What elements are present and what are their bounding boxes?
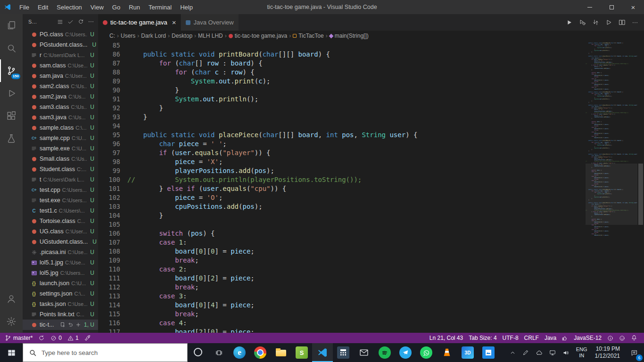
cortana-button[interactable] (188, 343, 208, 362)
code-text[interactable]: case 1: (120, 238, 187, 247)
file-row[interactable]: sam3.classC:\Us...U (23, 102, 98, 112)
code-text[interactable]: board[0][0] = piece; (120, 247, 255, 256)
breadcrumb-users[interactable]: Users (121, 33, 135, 39)
file-row[interactable]: tC:\Users\Dark L...U (23, 174, 98, 185)
menu-selection[interactable]: Selection (52, 0, 86, 14)
volume-button[interactable] (559, 343, 573, 362)
breadcrumb-main-string[interactable]: main(String[]) (330, 33, 369, 39)
cursor-position[interactable]: Ln 21, Col 43 (427, 333, 466, 343)
code-text[interactable]: } (120, 113, 147, 122)
warning-count[interactable]: 1 (65, 333, 82, 343)
file-row[interactable]: .picasa.iniC:\Use...U (23, 247, 98, 257)
refresh-button[interactable] (75, 16, 86, 27)
code-text[interactable]: for (char c : row) { (120, 68, 255, 77)
clock[interactable]: 10:19 PM 1/12/2021 (591, 343, 624, 362)
code-text[interactable]: public static void placePiece(char[][] b… (120, 131, 417, 140)
telegram-taskbar-button[interactable] (395, 343, 416, 362)
vlc-taskbar-button[interactable] (437, 343, 457, 362)
activity-manage[interactable] (0, 310, 23, 333)
end-of-line[interactable]: CRLF (521, 333, 542, 343)
code-text[interactable]: break; (120, 256, 199, 265)
code-text[interactable]: case 4: (120, 319, 187, 328)
open-changes-button[interactable] (589, 16, 602, 29)
run-file-button[interactable] (603, 16, 615, 29)
menu-view[interactable]: View (86, 0, 108, 14)
activity-run-and-debug[interactable] (0, 82, 23, 105)
breadcrumb-c[interactable]: C: (109, 33, 115, 39)
code-text[interactable]: } (120, 211, 163, 220)
file-row[interactable]: tic-t...1, U (23, 320, 98, 330)
file-row[interactable]: C+test.cppC:\Users...U (23, 185, 98, 195)
file-explorer-taskbar-button[interactable] (271, 343, 291, 362)
vscode-taskbar-button[interactable] (312, 343, 333, 362)
photos-taskbar-button[interactable] (478, 343, 499, 362)
activity-testing[interactable] (0, 127, 23, 150)
taskbar-search-input[interactable]: Type here to search (23, 343, 188, 362)
commit-button[interactable] (65, 16, 75, 27)
minimap[interactable]: public static void printBoard(char[][] b… (586, 41, 637, 333)
menu-edit[interactable]: Edit (33, 0, 52, 14)
code-text[interactable]: // System.out.println(playerPositions.to… (120, 175, 362, 184)
file-row[interactable]: {}tasks.jsonC:\Use...U (23, 299, 98, 309)
file-row[interactable]: rC:\Users\Dark L...U (23, 50, 98, 60)
onedrive-button[interactable] (532, 343, 546, 362)
discard-button[interactable] (68, 322, 74, 328)
code-text[interactable]: break; (120, 283, 199, 292)
code-text[interactable] (120, 220, 127, 229)
network-button[interactable] (546, 343, 559, 362)
feedback[interactable] (616, 333, 628, 343)
minimize-button[interactable] (579, 0, 601, 14)
file-row[interactable]: lol5.jpgC:\Users...U (23, 268, 98, 278)
tab-java-overview[interactable]: Java Overview (181, 14, 239, 31)
more-actions-button[interactable] (629, 16, 641, 29)
sync-changes-button[interactable] (35, 333, 48, 343)
file-row[interactable]: Student.classC:...U (23, 164, 98, 174)
minimap-slider[interactable] (586, 164, 637, 225)
menu-help[interactable]: Help (176, 0, 197, 14)
code-text[interactable]: for (char[] row : board) { (120, 59, 263, 68)
code-text[interactable]: public static void printBoard(char[][] b… (120, 50, 330, 59)
java-server-mode[interactable] (559, 333, 571, 343)
java-status[interactable] (604, 333, 616, 343)
code-text[interactable]: board[0][4] = piece; (120, 301, 255, 310)
activity-search[interactable] (0, 37, 23, 59)
breadcrumb-tic-tac-toe-game-java[interactable]: tic-tac-toe game.java (229, 33, 287, 39)
code-editor[interactable]: 8586 public static void printBoard(char[… (98, 41, 586, 333)
hidden-icons-button[interactable] (506, 343, 519, 362)
menu-go[interactable]: Go (108, 0, 124, 14)
file-row[interactable]: sample.exeC:\U...U (23, 143, 98, 154)
whatsapp-taskbar-button[interactable] (416, 343, 437, 362)
file-row[interactable]: UG.classC:\User...U (23, 226, 98, 237)
menu-file[interactable]: File (15, 0, 33, 14)
editor-scrollbar[interactable] (637, 41, 644, 333)
close-button[interactable]: × (622, 0, 644, 14)
breadcrumb-desktop[interactable]: Desktop (172, 33, 192, 39)
activity-extensions[interactable] (0, 105, 23, 127)
chrome-taskbar-button[interactable] (250, 343, 271, 362)
file-row[interactable]: sam3.javaC:\Us...U (23, 112, 98, 123)
breadcrumb-tictactoe[interactable]: TicTacToe (293, 33, 324, 39)
maximize-button[interactable] (601, 0, 622, 14)
file-row[interactable]: Points link.txtC...U (23, 309, 98, 320)
git-branch-status[interactable]: master* (2, 333, 35, 343)
tab-tic-tac-toe-game-java[interactable]: tic-tac-toe game.java× (98, 14, 181, 31)
notifications[interactable] (628, 333, 640, 343)
code-text[interactable]: case 3: (120, 292, 187, 301)
code-text[interactable]: switch (pos) { (120, 229, 215, 238)
code-text[interactable]: piece = 'X'; (120, 157, 223, 166)
code-text[interactable]: if (user.equals("player")) { (120, 148, 270, 157)
task-view-button[interactable] (208, 343, 229, 362)
green-s-taskbar-button[interactable]: S (291, 343, 312, 362)
java-ready-status[interactable] (82, 333, 94, 343)
file-row[interactable]: C+sample.cppC:\U...U (23, 133, 98, 143)
stage-button[interactable] (75, 322, 81, 328)
encoding[interactable]: UTF-8 (500, 333, 521, 343)
activity-explorer[interactable] (0, 14, 23, 37)
file-row[interactable]: test.exeC:\Users...U (23, 195, 98, 206)
code-text[interactable]: board[2][0] = piece; (120, 328, 255, 333)
windows-ink-button[interactable] (519, 343, 532, 362)
file-row[interactable]: PG.classC:\Users...U (23, 29, 98, 40)
code-text[interactable]: case 2: (120, 265, 187, 274)
breadcrumb-dark-lord[interactable]: Dark Lord (141, 33, 166, 39)
code-text[interactable] (120, 41, 127, 50)
